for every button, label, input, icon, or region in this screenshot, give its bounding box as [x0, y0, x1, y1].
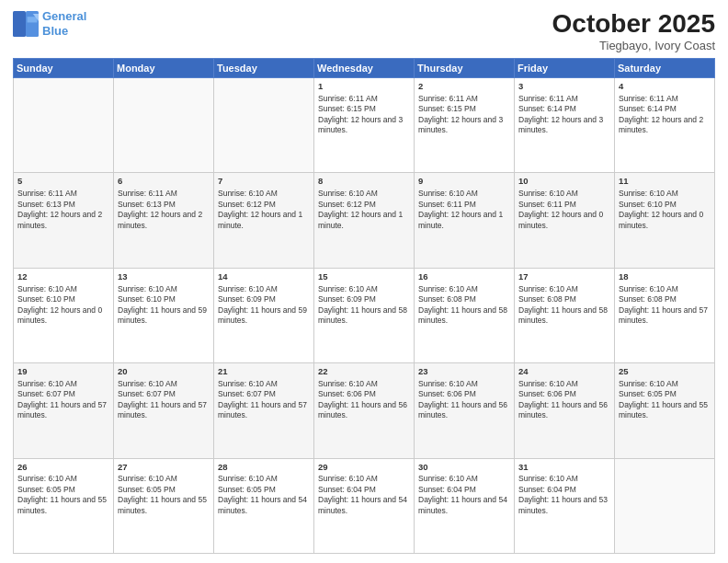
calendar-cell: 13Sunrise: 6:10 AMSunset: 6:10 PMDayligh… — [114, 268, 214, 362]
cell-text: Sunset: 6:15 PM — [318, 104, 410, 114]
subtitle: Tiegbayo, Ivory Coast — [552, 39, 715, 52]
weekday-header-thursday: Thursday — [415, 59, 515, 78]
cell-text: Sunrise: 6:11 AM — [17, 189, 109, 199]
weekday-header-row: SundayMondayTuesdayWednesdayThursdayFrid… — [14, 59, 715, 78]
cell-text: Daylight: 11 hours and 57 minutes. — [218, 400, 310, 421]
day-number: 21 — [218, 366, 310, 378]
cell-text: Sunrise: 6:10 AM — [318, 474, 410, 484]
calendar-cell — [114, 78, 214, 173]
cell-text: Sunrise: 6:11 AM — [418, 94, 510, 104]
week-row-5: 26Sunrise: 6:10 AMSunset: 6:05 PMDayligh… — [14, 458, 715, 553]
day-number: 31 — [518, 462, 610, 474]
cell-text: Daylight: 12 hours and 3 minutes. — [518, 115, 610, 136]
day-number: 25 — [619, 366, 711, 378]
weekday-header-sunday: Sunday — [14, 59, 114, 78]
cell-text: Sunrise: 6:11 AM — [118, 189, 210, 199]
cell-text: Sunset: 6:09 PM — [318, 294, 410, 304]
logo-line1: General — [42, 9, 86, 23]
cell-text: Sunrise: 6:11 AM — [619, 94, 711, 104]
cell-text: Sunrise: 6:10 AM — [218, 189, 310, 199]
cell-text: Daylight: 11 hours and 55 minutes. — [17, 495, 109, 516]
weekday-header-saturday: Saturday — [615, 59, 715, 78]
cell-text: Daylight: 11 hours and 56 minutes. — [318, 400, 410, 421]
cell-text: Sunset: 6:10 PM — [17, 294, 109, 304]
cell-text: Sunrise: 6:10 AM — [518, 284, 610, 294]
calendar-cell: 24Sunrise: 6:10 AMSunset: 6:06 PMDayligh… — [515, 363, 615, 458]
day-number: 8 — [318, 176, 410, 188]
calendar-cell: 22Sunrise: 6:10 AMSunset: 6:06 PMDayligh… — [314, 363, 415, 458]
cell-text: Sunset: 6:08 PM — [619, 294, 711, 304]
weekday-header-friday: Friday — [515, 59, 615, 78]
svg-marker-2 — [28, 17, 38, 22]
calendar-body: 1Sunrise: 6:11 AMSunset: 6:15 PMDaylight… — [14, 78, 715, 554]
logo-text: General Blue — [42, 9, 86, 38]
week-row-4: 19Sunrise: 6:10 AMSunset: 6:07 PMDayligh… — [14, 363, 715, 458]
week-row-2: 5Sunrise: 6:11 AMSunset: 6:13 PMDaylight… — [14, 173, 715, 268]
day-number: 10 — [518, 176, 610, 188]
calendar-cell: 29Sunrise: 6:10 AMSunset: 6:04 PMDayligh… — [314, 458, 415, 553]
cell-text: Sunset: 6:07 PM — [218, 389, 310, 399]
cell-text: Sunset: 6:05 PM — [619, 389, 711, 399]
week-row-1: 1Sunrise: 6:11 AMSunset: 6:15 PMDaylight… — [14, 78, 715, 173]
day-number: 30 — [418, 462, 510, 474]
cell-text: Sunrise: 6:11 AM — [518, 94, 610, 104]
calendar-cell: 1Sunrise: 6:11 AMSunset: 6:15 PMDaylight… — [314, 78, 415, 173]
cell-text: Sunset: 6:11 PM — [418, 200, 510, 210]
day-number: 11 — [619, 176, 711, 188]
cell-text: Daylight: 11 hours and 58 minutes. — [518, 305, 610, 327]
calendar-cell: 8Sunrise: 6:10 AMSunset: 6:12 PMDaylight… — [314, 173, 415, 268]
day-number: 4 — [619, 81, 711, 93]
cell-text: Sunset: 6:07 PM — [118, 389, 210, 399]
calendar-cell: 19Sunrise: 6:10 AMSunset: 6:07 PMDayligh… — [14, 363, 114, 458]
cell-text: Daylight: 11 hours and 57 minutes. — [118, 400, 210, 421]
cell-text: Daylight: 12 hours and 2 minutes. — [118, 210, 210, 231]
day-number: 14 — [218, 271, 310, 283]
cell-text: Sunset: 6:09 PM — [218, 294, 310, 304]
logo-line2: Blue — [42, 24, 68, 38]
calendar-cell: 27Sunrise: 6:10 AMSunset: 6:05 PMDayligh… — [114, 458, 214, 553]
cell-text: Daylight: 12 hours and 1 minute. — [218, 210, 310, 231]
logo: General Blue — [13, 9, 86, 38]
cell-text: Sunset: 6:04 PM — [318, 485, 410, 495]
cell-text: Sunrise: 6:10 AM — [218, 474, 310, 484]
cell-text: Daylight: 11 hours and 58 minutes. — [418, 305, 510, 327]
calendar-cell: 11Sunrise: 6:10 AMSunset: 6:10 PMDayligh… — [615, 173, 715, 268]
cell-text: Daylight: 12 hours and 2 minutes. — [619, 115, 711, 136]
calendar-cell: 25Sunrise: 6:10 AMSunset: 6:05 PMDayligh… — [615, 363, 715, 458]
cell-text: Sunrise: 6:10 AM — [418, 189, 510, 199]
cell-text: Daylight: 11 hours and 59 minutes. — [218, 305, 310, 327]
cell-text: Sunset: 6:12 PM — [218, 200, 310, 210]
day-number: 12 — [17, 271, 109, 283]
cell-text: Sunset: 6:06 PM — [418, 389, 510, 399]
cell-text: Sunset: 6:06 PM — [518, 389, 610, 399]
day-number: 23 — [418, 366, 510, 378]
day-number: 6 — [118, 176, 210, 188]
cell-text: Sunrise: 6:10 AM — [318, 379, 410, 389]
calendar-cell: 30Sunrise: 6:10 AMSunset: 6:04 PMDayligh… — [415, 458, 515, 553]
cell-text: Sunrise: 6:10 AM — [17, 474, 109, 484]
cell-text: Sunrise: 6:10 AM — [518, 189, 610, 199]
week-row-3: 12Sunrise: 6:10 AMSunset: 6:10 PMDayligh… — [14, 268, 715, 362]
cell-text: Sunset: 6:14 PM — [518, 104, 610, 114]
cell-text: Sunrise: 6:10 AM — [17, 379, 109, 389]
cell-text: Sunrise: 6:10 AM — [17, 284, 109, 294]
calendar-cell: 20Sunrise: 6:10 AMSunset: 6:07 PMDayligh… — [114, 363, 214, 458]
day-number: 15 — [318, 271, 410, 283]
day-number: 9 — [418, 176, 510, 188]
calendar-cell: 7Sunrise: 6:10 AMSunset: 6:12 PMDaylight… — [214, 173, 314, 268]
cell-text: Sunset: 6:11 PM — [518, 200, 610, 210]
cell-text: Daylight: 11 hours and 54 minutes. — [318, 495, 410, 516]
cell-text: Sunset: 6:15 PM — [418, 104, 510, 114]
header: General Blue October 2025 Tiegbayo, Ivor… — [13, 9, 715, 52]
page: General Blue October 2025 Tiegbayo, Ivor… — [0, 0, 728, 563]
cell-text: Daylight: 11 hours and 54 minutes. — [418, 495, 510, 516]
day-number: 16 — [418, 271, 510, 283]
day-number: 18 — [619, 271, 711, 283]
calendar-cell: 9Sunrise: 6:10 AMSunset: 6:11 PMDaylight… — [415, 173, 515, 268]
cell-text: Daylight: 12 hours and 3 minutes. — [418, 115, 510, 136]
cell-text: Sunrise: 6:10 AM — [418, 379, 510, 389]
cell-text: Sunset: 6:06 PM — [318, 389, 410, 399]
cell-text: Sunset: 6:13 PM — [17, 200, 109, 210]
day-number: 1 — [318, 81, 410, 93]
cell-text: Sunrise: 6:10 AM — [418, 474, 510, 484]
